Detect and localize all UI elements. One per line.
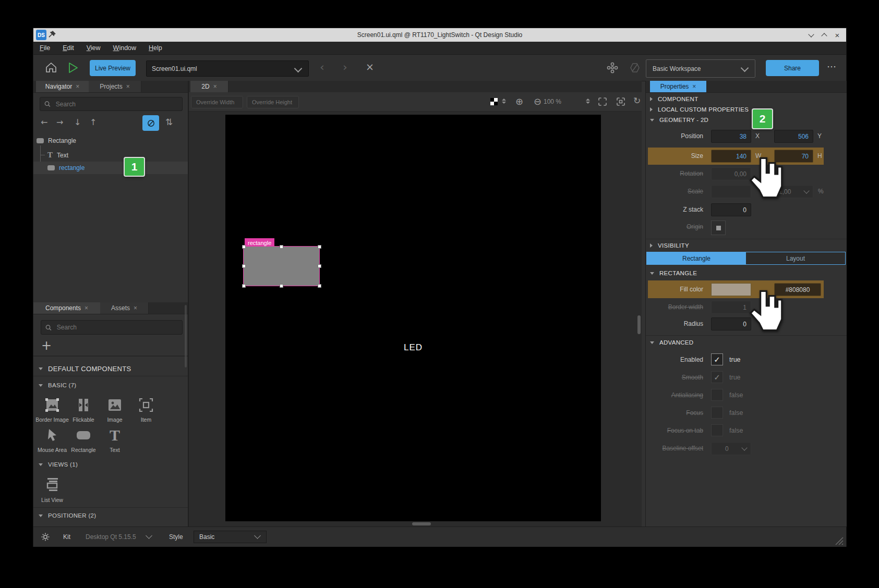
radius-field[interactable]: 0 [711, 317, 751, 330]
zoom-stepper[interactable] [586, 99, 590, 104]
section-advanced[interactable]: ADVANCED [650, 339, 693, 346]
filter-invisible-items-button[interactable] [142, 115, 159, 131]
resize-handle-e[interactable] [318, 264, 321, 268]
home-icon[interactable] [45, 62, 57, 74]
zoom-out-icon[interactable]: ⊖ [534, 97, 541, 106]
enabled-checkbox[interactable]: ✓ [711, 353, 723, 365]
artboard[interactable]: rectangle LED [225, 115, 601, 521]
component-mouse-area[interactable]: Mouse Area [37, 427, 68, 453]
move-right-icon[interactable]: → [56, 118, 63, 127]
section-basic[interactable]: BASIC (7) [39, 382, 76, 388]
swatch-stepper[interactable] [502, 99, 506, 104]
tab-2d[interactable]: 2D× [190, 81, 228, 92]
override-width-input[interactable] [195, 99, 239, 106]
menu-file[interactable]: File [40, 44, 50, 52]
tab-assets[interactable]: Assets× [100, 302, 149, 314]
reset-view-icon[interactable]: ↻ [633, 96, 641, 105]
override-height-input[interactable] [251, 99, 295, 106]
component-text[interactable]: T Text [99, 427, 130, 453]
nav-back-icon[interactable]: ‹ [320, 60, 324, 74]
close-icon[interactable]: × [126, 83, 130, 90]
zoom-selection-icon[interactable] [616, 96, 626, 107]
move-down-icon[interactable]: ↓ [74, 118, 81, 127]
resize-grip[interactable] [833, 534, 844, 546]
resize-handle-ne[interactable] [318, 245, 321, 249]
component-border-image[interactable]: Border Image [37, 397, 68, 423]
components-search-input[interactable] [56, 323, 178, 332]
menu-edit[interactable]: Edit [63, 44, 74, 52]
menu-help[interactable]: Help [149, 44, 162, 52]
fit-to-screen-icon[interactable] [597, 96, 608, 107]
move-up-icon[interactable]: ↑ [90, 118, 97, 127]
section-views[interactable]: VIEWS (1) [39, 461, 78, 468]
section-geometry-2d[interactable]: GEOMETRY - 2D [650, 117, 708, 123]
section-rectangle[interactable]: RECTANGLE [650, 270, 697, 276]
section-component[interactable]: COMPONENT [650, 96, 698, 102]
style-selector[interactable]: Basic [194, 531, 267, 543]
workspace-selector[interactable]: Basic Workspace [646, 59, 755, 78]
tree-item-rectangle-selected[interactable]: rectangle [33, 162, 188, 174]
close-document-icon[interactable]: × [366, 61, 374, 72]
resize-handle-nw[interactable] [242, 245, 246, 249]
navigator-search-input[interactable] [55, 100, 178, 108]
section-default-components[interactable]: DEFAULT COMPONENTS [39, 365, 131, 373]
tab-navigator[interactable]: Navigator× [36, 81, 89, 92]
position-y-field[interactable]: 506 [774, 130, 813, 143]
component-item[interactable]: Item [130, 397, 162, 423]
window-maximize-button[interactable] [820, 31, 828, 39]
close-icon[interactable]: × [692, 83, 696, 90]
tab-projects[interactable]: Projects× [89, 81, 141, 92]
section-positioner[interactable]: POSITIONER (2) [39, 512, 96, 519]
window-close-button[interactable]: × [833, 31, 841, 39]
close-icon[interactable]: × [85, 304, 88, 312]
menu-window[interactable]: Window [113, 44, 136, 52]
background-color-swatch[interactable] [490, 98, 498, 105]
annotations-icon[interactable] [629, 62, 641, 74]
resize-handle-w[interactable] [242, 264, 246, 268]
section-local-custom-properties[interactable]: LOCAL CUSTOM PROPERTIES [650, 106, 749, 113]
resize-handle-sw[interactable] [242, 284, 246, 288]
fill-color-swatch[interactable] [711, 283, 751, 296]
navigator-search[interactable] [40, 97, 183, 111]
window-minimize-button[interactable] [807, 31, 815, 39]
document-selector[interactable]: Screen01.ui.qml [146, 60, 309, 77]
close-icon[interactable]: × [213, 83, 217, 90]
menu-view[interactable]: View [87, 44, 101, 52]
add-module-button[interactable]: + [41, 338, 52, 353]
live-preview-button[interactable]: Live Preview [90, 60, 136, 76]
component-list-view[interactable]: List View [37, 476, 68, 503]
nav-forward-icon[interactable]: › [343, 60, 347, 74]
kit-dropdown-icon[interactable] [146, 532, 152, 539]
override-height-field[interactable] [247, 96, 299, 108]
component-flickable[interactable]: Flickable [68, 397, 99, 423]
more-options-icon[interactable]: ⋯ [827, 61, 836, 72]
zoom-in-icon[interactable]: ⊕ [515, 97, 523, 106]
zstack-field[interactable]: 0 [711, 203, 751, 216]
tree-item-root-rectangle[interactable]: Rectangle [33, 135, 188, 146]
component-rectangle[interactable]: Rectangle [68, 427, 99, 453]
subtab-rectangle[interactable]: Rectangle [647, 252, 746, 264]
share-button[interactable]: Share [766, 60, 819, 76]
resize-handle-s[interactable] [280, 284, 283, 288]
size-width-field[interactable]: 140 [711, 150, 751, 163]
move-left-icon[interactable]: ← [41, 118, 47, 127]
override-width-field[interactable] [191, 96, 243, 108]
run-play-icon[interactable] [66, 61, 79, 75]
resize-handle-se[interactable] [318, 284, 321, 288]
horizontal-scrollbar[interactable] [412, 522, 431, 525]
section-visibility[interactable]: VISIBILITY [650, 242, 689, 249]
kit-value[interactable]: Desktop Qt 5.15.5 [86, 533, 136, 541]
tab-properties[interactable]: Properties× [650, 81, 707, 92]
close-icon[interactable]: × [76, 83, 79, 90]
subtab-layout[interactable]: Layout [746, 252, 845, 264]
close-icon[interactable]: × [134, 304, 137, 312]
resize-handle-n[interactable] [280, 245, 283, 249]
workspaces-icon[interactable] [606, 62, 619, 74]
vertical-scrollbar[interactable] [637, 315, 641, 334]
gear-icon[interactable] [40, 532, 51, 542]
tab-components[interactable]: Components× [33, 302, 101, 314]
component-image[interactable]: Image [99, 397, 130, 423]
selected-rectangle[interactable] [244, 247, 319, 286]
components-search[interactable] [41, 320, 183, 335]
reverse-order-icon[interactable]: ⇅ [165, 118, 173, 127]
